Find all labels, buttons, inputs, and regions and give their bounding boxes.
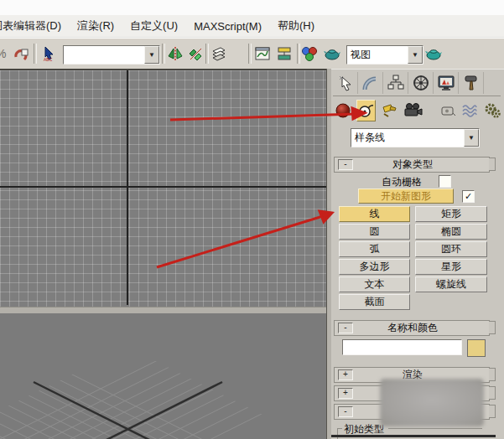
- rectangle-button[interactable]: 矩形: [415, 206, 487, 222]
- category-helpers-icon[interactable]: [439, 101, 456, 121]
- collapse-toggle[interactable]: +: [338, 369, 353, 380]
- material-editor-icon[interactable]: [300, 44, 319, 64]
- create-categories: [335, 98, 501, 123]
- rollout-notch: [489, 405, 496, 418]
- ngon-button[interactable]: 多边形: [339, 259, 410, 275]
- title-strip: [0, 0, 504, 15]
- chevron-down-icon[interactable]: ▼: [408, 46, 423, 64]
- shape-type-dropdown[interactable]: 样条线 ▼: [351, 128, 480, 147]
- category-cameras-icon[interactable]: [403, 101, 423, 121]
- line-button[interactable]: 线: [339, 206, 410, 222]
- toolbar-separator: [34, 44, 37, 64]
- rollout-title: 名称和颜色: [353, 321, 472, 335]
- render-view-dropdown[interactable]: 视图 ▼: [346, 45, 423, 65]
- toolbar-separator: [205, 44, 209, 64]
- autogrid-label: 自动栅格: [382, 175, 422, 189]
- rollout-notch: [489, 386, 496, 400]
- chevron-down-icon[interactable]: ▼: [464, 129, 479, 147]
- groupbox-border: [388, 428, 482, 429]
- tab-modify[interactable]: [358, 72, 383, 94]
- tab-create[interactable]: [333, 72, 358, 94]
- top-viewport[interactable]: [0, 69, 326, 307]
- quick-render-icon[interactable]: [424, 44, 443, 64]
- collapse-toggle[interactable]: -: [338, 323, 353, 333]
- collapse-toggle[interactable]: +: [338, 388, 353, 399]
- mirror-icon[interactable]: [166, 44, 184, 64]
- object-color-swatch[interactable]: [467, 339, 486, 357]
- category-shapes-icon[interactable]: [356, 100, 375, 121]
- shape-type-value: 样条线: [351, 131, 464, 145]
- toolbar-separator: [162, 44, 165, 64]
- curve-editor-icon[interactable]: [253, 44, 272, 64]
- rollout-notch: [489, 321, 496, 334]
- percent-snap-icon[interactable]: %: [0, 44, 12, 64]
- category-systems-icon[interactable]: [484, 101, 501, 121]
- menu-item-customize[interactable]: 自定义(U): [130, 18, 178, 34]
- menu-item-rendering[interactable]: 渲染(R): [77, 18, 114, 34]
- autogrid-checkbox[interactable]: [439, 175, 451, 188]
- command-panel-tabs: [333, 72, 501, 96]
- collapse-toggle[interactable]: -: [338, 159, 353, 170]
- start-new-shape-button[interactable]: 开始新图形: [358, 189, 454, 204]
- rollout-object-type[interactable]: - 对象类型: [334, 157, 490, 173]
- category-lights-icon[interactable]: [381, 101, 397, 121]
- chevron-down-icon[interactable]: ▼: [144, 46, 159, 64]
- menu-bar: 图表编辑器(D) 渲染(R) 自定义(U) MAXScript(M) 帮助(H): [0, 15, 504, 38]
- layer-manager-icon[interactable]: [210, 44, 228, 64]
- tab-motion[interactable]: [408, 72, 434, 94]
- named-selection-combobox[interactable]: ▼: [63, 45, 160, 65]
- groupbox-border: [337, 428, 338, 439]
- ellipse-button[interactable]: 椭圆: [415, 224, 487, 240]
- render-setup-icon[interactable]: [323, 44, 341, 64]
- rollout-notch: [489, 158, 496, 171]
- menu-item-maxscript[interactable]: MAXScript(M): [194, 20, 262, 33]
- svg-text:ABC: ABC: [44, 57, 53, 62]
- toolbar-separator: [248, 44, 252, 64]
- 3dsmax-window: 图表编辑器(D) 渲染(R) 自定义(U) MAXScript(M) 帮助(H)…: [0, 0, 504, 439]
- menu-item-track-editors[interactable]: 图表编辑器(D): [0, 18, 61, 34]
- text-button[interactable]: 文本: [339, 276, 410, 292]
- svg-text:%: %: [0, 47, 6, 60]
- collapse-toggle[interactable]: -: [338, 406, 353, 417]
- arc-button[interactable]: 弧: [339, 241, 410, 257]
- menu-item-help[interactable]: 帮助(H): [278, 18, 314, 34]
- main-toolbar: % ABC ▼: [0, 38, 504, 71]
- blurred-watermark-patch: [380, 379, 484, 426]
- start-new-shape-checkbox[interactable]: ✓: [462, 190, 475, 203]
- rollout-notch: [489, 368, 496, 381]
- tab-hierarchy[interactable]: [383, 72, 408, 94]
- tab-display[interactable]: [434, 72, 459, 94]
- rollout-title: 对象类型: [353, 158, 472, 172]
- align-icon[interactable]: [186, 44, 205, 64]
- rollout-name-color[interactable]: - 名称和颜色: [334, 320, 490, 336]
- edit-named-selections-icon[interactable]: ABC: [40, 44, 59, 64]
- perspective-viewport[interactable]: [0, 313, 326, 439]
- category-space-warps-icon[interactable]: [461, 101, 478, 121]
- donut-button[interactable]: 圆环: [415, 241, 487, 257]
- command-panel: 样条线 ▼ - 对象类型 自动栅格 开始新图形 ✓ 线 矩形 圆 椭圆 弧 圆环…: [331, 69, 504, 439]
- snaps-magnet-icon[interactable]: [12, 44, 30, 64]
- section-button[interactable]: 截面: [339, 294, 410, 310]
- object-name-input[interactable]: [342, 339, 462, 355]
- star-button[interactable]: 星形: [415, 259, 487, 275]
- tab-utilities[interactable]: [459, 72, 484, 94]
- helix-button[interactable]: 螺旋线: [415, 276, 487, 292]
- schematic-view-icon[interactable]: [275, 44, 294, 64]
- viewport-vertical-axis: [127, 70, 128, 305]
- panel-bottom-edge: [331, 435, 496, 437]
- render-view-value: 视图: [347, 48, 408, 62]
- circle-button[interactable]: 圆: [339, 224, 410, 240]
- category-geometry-icon[interactable]: [335, 101, 351, 121]
- viewport-horizontal-axis: [0, 186, 326, 188]
